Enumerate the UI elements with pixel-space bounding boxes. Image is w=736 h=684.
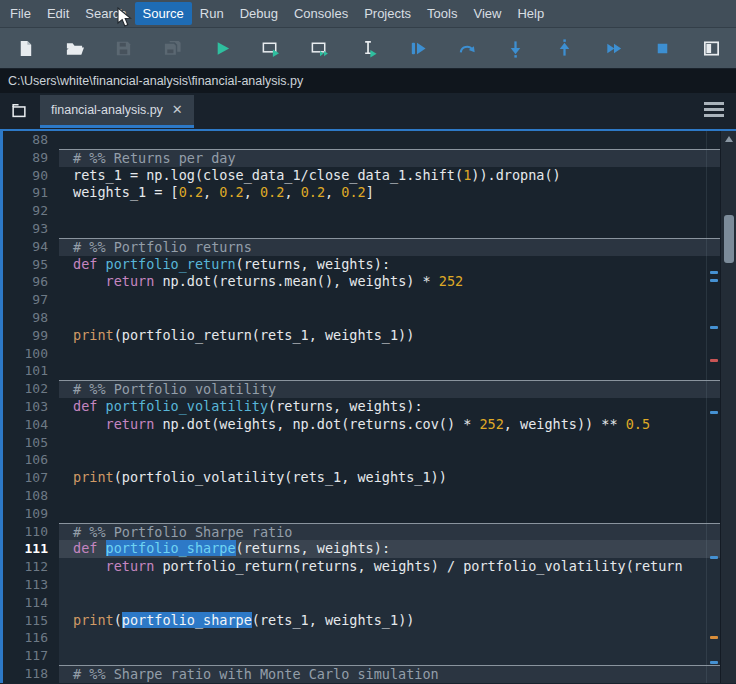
line-number[interactable]: 97 [3, 291, 59, 309]
line-number[interactable]: 93 [3, 220, 59, 238]
menu-item-run[interactable]: Run [192, 2, 232, 25]
code-line[interactable]: return np.dot(weights, np.dot(returns.co… [59, 416, 720, 434]
line-number[interactable]: 103 [3, 398, 59, 416]
line-number[interactable]: 118 [3, 665, 59, 683]
editor-row-112[interactable]: 112 return portfolio_return(returns, wei… [3, 558, 720, 576]
menu-item-consoles[interactable]: Consoles [286, 2, 356, 25]
line-number[interactable]: 99 [3, 327, 59, 345]
menu-item-file[interactable]: File [2, 2, 39, 25]
line-number[interactable]: 111 [3, 540, 59, 558]
editor-row-110[interactable]: 110# %% Portfolio Sharpe ratio [3, 523, 720, 541]
code-line[interactable]: print(portfolio_return(rets_1, weights_1… [59, 327, 720, 345]
cell-header-line[interactable]: # %% Portfolio returns [59, 238, 720, 256]
run-cell-icon[interactable] [259, 37, 281, 59]
editor-row-111[interactable]: 111def portfolio_sharpe(returns, weights… [3, 540, 720, 558]
editor-row-95[interactable]: 95def portfolio_return(returns, weights)… [3, 256, 720, 274]
line-number[interactable]: 95 [3, 256, 59, 274]
code-line[interactable] [59, 291, 720, 309]
code-line[interactable] [59, 576, 720, 594]
editor-row-93[interactable]: 93 [3, 220, 720, 238]
editor-row-113[interactable]: 113 [3, 576, 720, 594]
code-line[interactable]: print(portfolio_volatility(rets_1, weigh… [59, 469, 720, 487]
code-line[interactable]: print(portfolio_sharpe(rets_1, weights_1… [59, 612, 720, 630]
scrollbar-thumb[interactable] [724, 215, 734, 263]
step-return-icon[interactable] [553, 37, 575, 59]
editor-row-97[interactable]: 97 [3, 291, 720, 309]
line-number[interactable]: 101 [3, 362, 59, 380]
line-number[interactable]: 102 [3, 380, 59, 398]
code-line[interactable]: weights_1 = [0.2, 0.2, 0.2, 0.2, 0.2] [59, 184, 720, 202]
line-number[interactable]: 92 [3, 202, 59, 220]
save-icon[interactable] [112, 37, 134, 59]
editor-row-92[interactable]: 92 [3, 202, 720, 220]
menu-item-search[interactable]: Search [77, 2, 134, 25]
line-number[interactable]: 91 [3, 184, 59, 202]
code-line[interactable] [59, 487, 720, 505]
menu-item-debug[interactable]: Debug [232, 2, 286, 25]
line-number[interactable]: 98 [3, 309, 59, 327]
editor-row-96[interactable]: 96 return np.dot(returns.mean(), weights… [3, 273, 720, 291]
run-selection-icon[interactable] [357, 37, 379, 59]
code-line[interactable] [59, 220, 720, 238]
save-all-icon[interactable] [161, 37, 183, 59]
editor-row-115[interactable]: 115print(portfolio_sharpe(rets_1, weight… [3, 612, 720, 630]
line-number[interactable]: 89 [3, 149, 59, 167]
code-line[interactable] [59, 434, 720, 452]
line-number[interactable]: 117 [3, 647, 59, 665]
tab-financial-analysis[interactable]: financial-analysis.py ✕ [40, 95, 194, 128]
code-line[interactable] [59, 647, 720, 665]
menu-item-source[interactable]: Source [135, 2, 192, 25]
vertical-scrollbar[interactable] [720, 131, 736, 683]
line-number[interactable]: 115 [3, 612, 59, 630]
line-number[interactable]: 110 [3, 523, 59, 541]
editor-row-101[interactable]: 101 [3, 362, 720, 380]
editor-row-102[interactable]: 102# %% Portfolio volatility [3, 380, 720, 398]
step-into-icon[interactable] [504, 37, 526, 59]
editor-options-button[interactable] [704, 102, 724, 120]
menu-item-edit[interactable]: Edit [39, 2, 77, 25]
code-line[interactable]: def portfolio_return(returns, weights): [59, 256, 720, 274]
line-number[interactable]: 104 [3, 416, 59, 434]
line-number[interactable]: 113 [3, 576, 59, 594]
line-number[interactable]: 114 [3, 594, 59, 612]
cell-header-line[interactable]: # %% Portfolio volatility [59, 380, 720, 398]
code-line[interactable]: rets_1 = np.log(close_data_1/close_data_… [59, 167, 720, 185]
step-over-icon[interactable] [455, 37, 477, 59]
maximize-pane-icon[interactable] [700, 37, 722, 59]
line-number[interactable]: 88 [3, 131, 59, 149]
new-file-icon[interactable] [14, 37, 36, 59]
editor-row-98[interactable]: 98 [3, 309, 720, 327]
debug-file-icon[interactable] [406, 37, 428, 59]
editor-row-104[interactable]: 104 return np.dot(weights, np.dot(return… [3, 416, 720, 434]
open-folder-icon[interactable] [63, 37, 85, 59]
line-number[interactable]: 107 [3, 469, 59, 487]
browse-tabs-button[interactable] [7, 99, 31, 123]
cell-header-line[interactable]: # %% Portfolio Sharpe ratio [59, 523, 720, 541]
editor-row-117[interactable]: 117 [3, 647, 720, 665]
scrollbar-up-arrow[interactable] [725, 136, 733, 142]
tab-close-icon[interactable]: ✕ [172, 103, 183, 116]
continue-icon[interactable] [602, 37, 624, 59]
line-number[interactable]: 105 [3, 434, 59, 452]
code-line[interactable] [59, 131, 720, 149]
editor-row-118[interactable]: 118# %% Sharpe ratio with Monte Carlo si… [3, 665, 720, 683]
code-line[interactable]: def portfolio_volatility(returns, weight… [59, 398, 720, 416]
line-number[interactable]: 100 [3, 345, 59, 363]
code-line[interactable]: return portfolio_return(returns, weights… [59, 558, 720, 576]
code-line[interactable] [59, 345, 720, 363]
code-line[interactable]: return np.dot(returns.mean(), weights) *… [59, 273, 720, 291]
editor-row-99[interactable]: 99print(portfolio_return(rets_1, weights… [3, 327, 720, 345]
line-number[interactable]: 94 [3, 238, 59, 256]
line-number[interactable]: 96 [3, 273, 59, 291]
cell-header-line[interactable]: # %% Returns per day [59, 149, 720, 167]
run-file-icon[interactable] [210, 37, 232, 59]
editor-row-94[interactable]: 94# %% Portfolio returns [3, 238, 720, 256]
editor-row-105[interactable]: 105 [3, 434, 720, 452]
line-number[interactable]: 108 [3, 487, 59, 505]
code-line[interactable]: def portfolio_sharpe(returns, weights): [59, 540, 720, 558]
stop-icon[interactable] [651, 37, 673, 59]
line-number[interactable]: 116 [3, 629, 59, 647]
editor-row-109[interactable]: 109 [3, 505, 720, 523]
editor-row-107[interactable]: 107print(portfolio_volatility(rets_1, we… [3, 469, 720, 487]
menu-item-view[interactable]: View [465, 2, 509, 25]
